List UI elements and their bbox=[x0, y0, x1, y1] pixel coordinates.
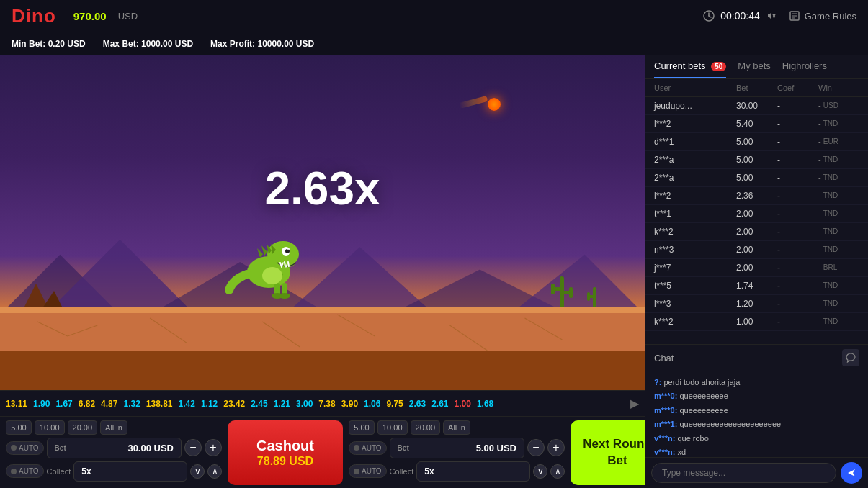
max-profit: Max Profit: 10000.00 USD bbox=[210, 39, 314, 49]
logo: Dino bbox=[12, 5, 56, 27]
svg-marker-30 bbox=[257, 248, 263, 258]
tab-current-bets[interactable]: Current bets 50 bbox=[654, 60, 726, 78]
bets-tabs: Current bets 50 My bets Highrollers bbox=[645, 55, 868, 79]
bet-controls: 5.00 10.00 20.00 All in AUTO Bet 30.00 U… bbox=[0, 416, 645, 488]
table-row: l***3 1.20 - - TND bbox=[645, 295, 868, 313]
right-panel: Current bets 50 My bets Highrollers User… bbox=[645, 55, 868, 488]
history-item-2[interactable]: 1.67 bbox=[55, 397, 72, 411]
quick-btn-2-10[interactable]: 10.00 bbox=[377, 420, 408, 435]
table-row: j***7 2.00 - - BRL bbox=[645, 259, 868, 277]
bet-value-2: 5.00 USD bbox=[476, 443, 516, 453]
auto-toggle-collect-2[interactable]: AUTO bbox=[349, 464, 387, 478]
svg-rect-21 bbox=[569, 287, 573, 298]
history-item-6[interactable]: 138.81 bbox=[146, 397, 173, 411]
history-item-13[interactable]: 7.38 bbox=[318, 397, 335, 411]
quick-btn-2-allin[interactable]: All in bbox=[443, 420, 470, 435]
history-item-16[interactable]: 9.75 bbox=[386, 397, 403, 411]
quick-btn-1-10[interactable]: 10.00 bbox=[35, 420, 65, 435]
svg-rect-41 bbox=[0, 307, 645, 313]
game-rules-btn[interactable]: Game Rules bbox=[789, 10, 856, 22]
svg-rect-24 bbox=[587, 292, 590, 301]
rock-left bbox=[22, 269, 65, 312]
svg-rect-19 bbox=[551, 284, 555, 294]
history-item-19[interactable]: 1.00 bbox=[455, 397, 471, 411]
bet-decrease-2[interactable]: − bbox=[527, 439, 545, 456]
auto-toggle-1[interactable]: AUTO bbox=[6, 441, 44, 455]
bet-increase-1[interactable]: + bbox=[205, 439, 222, 456]
history-bar: 13.11 1.90 1.67 6.82 4.87 1.32 138.81 1.… bbox=[0, 390, 645, 416]
col-user: User bbox=[654, 83, 736, 92]
chat-section: Chat ?: perdi todo ahorita jajam***0: qu… bbox=[645, 344, 868, 488]
history-item-3[interactable]: 6.82 bbox=[79, 397, 95, 411]
chat-header: Chat bbox=[645, 345, 868, 371]
max-bet: Max Bet: 1000.00 USD bbox=[103, 39, 193, 49]
cactus-right bbox=[551, 269, 573, 312]
timer-value: 00:00:44 bbox=[720, 10, 760, 22]
bet-amount-row-2: AUTO Bet 5.00 USD − + bbox=[349, 438, 565, 458]
history-item-9[interactable]: 23.42 bbox=[223, 397, 245, 411]
quick-btn-1-allin[interactable]: All in bbox=[100, 420, 127, 435]
history-item-10[interactable]: 2.45 bbox=[251, 397, 267, 411]
chat-input[interactable] bbox=[651, 463, 836, 483]
collect-increase-2[interactable]: ∧ bbox=[550, 464, 565, 479]
bets-table-header: User Bet Coef Win bbox=[645, 79, 868, 97]
history-item-11[interactable]: 1.21 bbox=[274, 397, 290, 411]
table-row: t***5 1.74 - - TND bbox=[645, 277, 868, 295]
history-item-0[interactable]: 13.11 bbox=[6, 397, 27, 411]
chat-icon[interactable] bbox=[842, 349, 859, 366]
timer-icon bbox=[703, 10, 715, 22]
history-item-4[interactable]: 4.87 bbox=[101, 397, 117, 411]
bet-increase-2[interactable]: + bbox=[547, 439, 565, 456]
game-rules-label: Game Rules bbox=[805, 11, 856, 22]
chat-message: m***0: queeeeeeeee bbox=[654, 404, 859, 417]
bet-amount-row-1: AUTO Bet 30.00 USD − + bbox=[6, 438, 222, 458]
history-item-17[interactable]: 2.63 bbox=[409, 397, 426, 411]
main-content: 2.63x bbox=[0, 55, 868, 488]
bet-decrease-1[interactable]: − bbox=[184, 439, 202, 456]
dino-svg bbox=[225, 218, 312, 304]
collect-label-2: Collect bbox=[390, 467, 414, 476]
history-item-8[interactable]: 1.12 bbox=[201, 397, 218, 411]
table-row: jeudupo... 30.00 - - USD bbox=[645, 97, 868, 115]
cashout-button[interactable]: Cashout 78.89 USD bbox=[228, 420, 343, 485]
collect-row-1: AUTO Collect 5x ∨ ∧ bbox=[6, 461, 222, 482]
history-arrow[interactable]: ▶ bbox=[630, 397, 639, 410]
history-item-20[interactable]: 1.68 bbox=[477, 397, 493, 411]
auto-toggle-2[interactable]: AUTO bbox=[349, 441, 387, 455]
quick-btn-1-20[interactable]: 20.00 bbox=[68, 420, 98, 435]
auto-toggle-collect-1[interactable]: AUTO bbox=[6, 464, 44, 478]
tab-highrollers[interactable]: Highrollers bbox=[782, 60, 827, 78]
mountains-bg bbox=[0, 225, 645, 315]
cashout-amount: 78.89 USD bbox=[257, 454, 313, 468]
history-item-5[interactable]: 1.32 bbox=[123, 397, 140, 411]
svg-rect-49 bbox=[0, 351, 645, 390]
collect-value-2: 5x bbox=[424, 466, 434, 476]
table-row: t***1 2.00 - - TND bbox=[645, 205, 868, 223]
quick-btn-1-5[interactable]: 5.00 bbox=[6, 420, 32, 435]
bet-quick-row-2: 5.00 10.00 20.00 All in bbox=[349, 420, 565, 435]
history-item-12[interactable]: 3.00 bbox=[296, 397, 313, 411]
history-item-15[interactable]: 1.06 bbox=[364, 397, 380, 411]
bet-amount-display-2: Bet 5.00 USD bbox=[390, 438, 524, 458]
history-item-18[interactable]: 2.61 bbox=[431, 397, 448, 411]
bet-quick-row-1: 5.00 10.00 20.00 All in bbox=[6, 420, 222, 435]
chat-send-button[interactable] bbox=[841, 462, 862, 484]
table-row: d***1 5.00 - - EUR bbox=[645, 133, 868, 151]
history-item-7[interactable]: 1.42 bbox=[179, 397, 195, 411]
collect-decrease-1[interactable]: ∨ bbox=[190, 464, 205, 479]
chat-input-row bbox=[645, 457, 868, 488]
history-item-1[interactable]: 1.90 bbox=[33, 397, 50, 411]
quick-btn-2-5[interactable]: 5.00 bbox=[349, 420, 375, 435]
chat-label: Chat bbox=[654, 353, 674, 363]
auto-label-1: AUTO bbox=[19, 444, 39, 452]
history-item-14[interactable]: 3.90 bbox=[341, 397, 358, 411]
multiplier-display: 2.63x bbox=[264, 162, 380, 215]
quick-btn-2-20[interactable]: 20.00 bbox=[411, 420, 441, 435]
mute-icon[interactable] bbox=[766, 10, 777, 22]
collect-decrease-2[interactable]: ∨ bbox=[533, 464, 547, 479]
bet-label-1: Bet bbox=[55, 444, 66, 452]
collect-increase-1[interactable]: ∧ bbox=[207, 464, 222, 479]
next-round-bet-button[interactable]: Next Round Bet bbox=[571, 420, 645, 485]
tab-my-bets[interactable]: My bets bbox=[738, 60, 771, 78]
table-row: 2***a 5.00 - - TND bbox=[645, 151, 868, 169]
